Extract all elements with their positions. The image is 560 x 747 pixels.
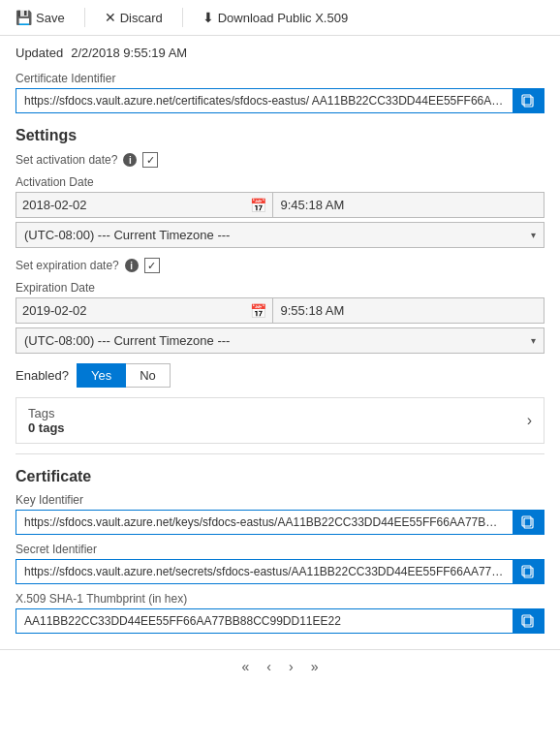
save-button[interactable]: 💾 Save: [12, 8, 69, 27]
copy-icon: [520, 93, 536, 109]
updated-value: 2/2/2018 9:55:19 AM: [71, 46, 187, 60]
activation-timezone-row[interactable]: (UTC-08:00) --- Current Timezone --- ▾: [16, 222, 544, 248]
expiration-date-row: 📅: [16, 297, 544, 324]
download-label: Download Public X.509: [218, 11, 348, 25]
enabled-label: Enabled?: [16, 368, 69, 383]
activation-date-info-icon: i: [123, 153, 137, 167]
thumbprint-copy-button[interactable]: [513, 609, 544, 633]
tags-section: Tags 0 tags ›: [16, 397, 544, 444]
expiration-timezone-row[interactable]: (UTC-08:00) --- Current Timezone --- ▾: [16, 327, 544, 354]
expiration-date-toggle-row: Set expiration date? i: [16, 258, 544, 273]
activation-time-input[interactable]: [273, 192, 545, 218]
thumbprint-input[interactable]: [16, 609, 513, 633]
tags-row[interactable]: Tags 0 tags ›: [16, 398, 544, 443]
enabled-yes-button[interactable]: Yes: [77, 363, 126, 388]
activation-date-field-label: Activation Date: [16, 175, 544, 189]
copy-icon: [520, 514, 536, 530]
activation-cal-icon[interactable]: 📅: [244, 194, 272, 217]
updated-row: Updated 2/2/2018 9:55:19 AM: [16, 46, 544, 60]
cert-identifier-copy-button[interactable]: [513, 89, 544, 112]
nav-bar: « ‹ › »: [0, 649, 560, 683]
expiration-timezone-text: (UTC-08:00) --- Current Timezone ---: [24, 333, 531, 348]
activation-date-row: 📅: [16, 192, 544, 218]
save-label: Save: [36, 11, 65, 25]
expiration-date-toggle-label: Set expiration date?: [16, 259, 119, 272]
expiration-date-checkbox[interactable]: [144, 258, 160, 273]
save-icon: 💾: [16, 10, 32, 25]
activation-date-input[interactable]: [16, 193, 244, 217]
copy-icon: [520, 564, 536, 579]
settings-title: Settings: [16, 127, 544, 144]
next-page-button[interactable]: ›: [282, 656, 300, 677]
cert-identifier-input[interactable]: [16, 89, 513, 112]
expiration-date-input[interactable]: [16, 298, 244, 323]
download-icon: ⬇: [202, 10, 214, 25]
download-button[interactable]: ⬇ Download Public X.509: [199, 8, 352, 27]
activation-timezone-chevron: ▾: [531, 230, 536, 240]
discard-icon: ✕: [105, 10, 116, 25]
secret-identifier-label: Secret Identifier: [16, 543, 544, 556]
expiration-date-field-label: Expiration Date: [16, 281, 544, 295]
toolbar: 💾 Save ✕ Discard ⬇ Download Public X.509: [0, 0, 560, 36]
copy-icon: [520, 613, 536, 629]
cert-identifier-field: [16, 88, 544, 113]
discard-button[interactable]: ✕ Discard: [101, 8, 167, 27]
secret-identifier-field: [16, 559, 544, 584]
tags-left: Tags 0 tags: [28, 406, 65, 435]
activation-timezone-text: (UTC-08:00) --- Current Timezone ---: [24, 228, 531, 242]
discard-label: Discard: [120, 11, 163, 25]
expiration-time-input[interactable]: [273, 297, 545, 324]
content-area: Updated 2/2/2018 9:55:19 AM Certificate …: [0, 36, 560, 649]
expiration-date-input-wrapper: 📅: [16, 297, 273, 324]
key-identifier-input[interactable]: [16, 511, 513, 534]
expiration-timezone-chevron: ▾: [531, 335, 536, 346]
tags-count: 0 tags: [28, 420, 65, 435]
activation-date-toggle-label: Set activation date?: [16, 153, 117, 167]
activation-date-checkbox[interactable]: [142, 152, 158, 168]
activation-date-toggle-row: Set activation date? i: [16, 152, 544, 168]
tags-label: Tags: [28, 406, 65, 420]
key-identifier-copy-button[interactable]: [513, 511, 544, 534]
enabled-no-button[interactable]: No: [126, 363, 171, 388]
secret-identifier-copy-button[interactable]: [513, 560, 544, 583]
enabled-row: Enabled? Yes No: [16, 363, 544, 388]
toolbar-divider-1: [84, 8, 85, 27]
secret-identifier-input[interactable]: [16, 560, 513, 583]
toolbar-divider-2: [182, 8, 183, 27]
updated-label: Updated: [16, 46, 63, 60]
expiration-date-info-icon: i: [125, 259, 139, 272]
activation-date-input-wrapper: 📅: [16, 192, 273, 218]
thumbprint-field: [16, 608, 544, 634]
thumbprint-label: X.509 SHA-1 Thumbprint (in hex): [16, 592, 544, 606]
expiration-cal-icon[interactable]: 📅: [244, 299, 272, 323]
certificate-section-title: Certificate: [16, 468, 544, 485]
tags-chevron-right-icon: ›: [527, 412, 532, 429]
cert-identifier-label: Certificate Identifier: [16, 72, 544, 85]
section-divider: [16, 453, 544, 454]
first-page-button[interactable]: «: [235, 656, 257, 677]
key-identifier-label: Key Identifier: [16, 493, 544, 507]
last-page-button[interactable]: »: [304, 656, 326, 677]
prev-page-button[interactable]: ‹: [260, 656, 278, 677]
key-identifier-field: [16, 510, 544, 535]
